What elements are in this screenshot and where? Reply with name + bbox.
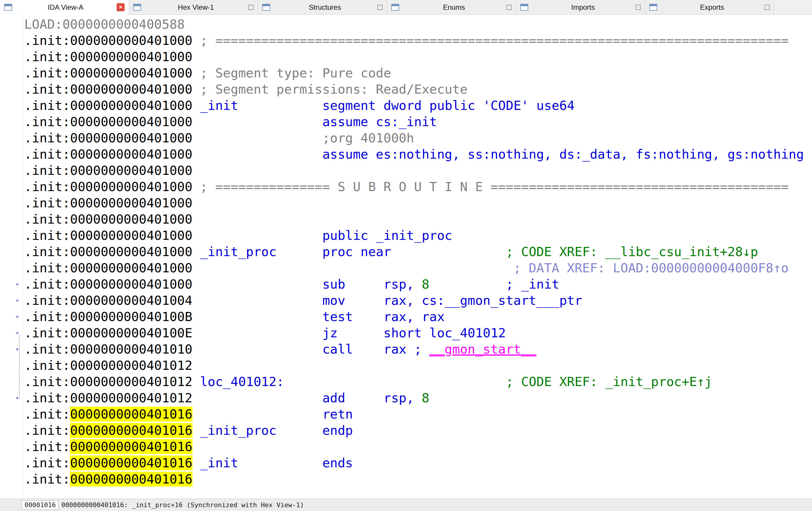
code-segment: .init:0000000000401012 xyxy=(24,374,200,389)
code-segment: .init:0000000000401000 xyxy=(24,49,193,64)
code-segment: .init:0000000000401000 xyxy=(24,163,193,178)
listing-line[interactable]: .init:0000000000401016 xyxy=(0,471,812,487)
code-segment: ; _init xyxy=(506,277,559,291)
code-segment xyxy=(277,244,322,259)
close-tab-icon[interactable] xyxy=(506,5,512,10)
tab-label: Structures xyxy=(272,3,377,11)
listing-line[interactable]: .init:0000000000401000 sub rsp, 8 ; _ini… xyxy=(0,276,812,292)
instruction-mark-icon xyxy=(16,348,18,350)
close-tab-icon[interactable]: × xyxy=(117,3,125,11)
code-segment: ; CODE XREF: _init_proc+E↑j xyxy=(506,374,712,389)
tab-label: Imports xyxy=(531,3,635,11)
code-segment: retn xyxy=(322,407,353,422)
close-tab-icon[interactable] xyxy=(248,5,254,10)
listing-line[interactable]: .init:000000000040100E jz short loc_4010… xyxy=(0,325,812,341)
listing-line[interactable]: .init:0000000000401000 _init_proc proc n… xyxy=(0,244,812,260)
tab-imports[interactable]: Imports xyxy=(516,0,645,15)
code-segment: .init:0000000000401000 xyxy=(24,131,322,145)
code-segment: __gmon_start__ xyxy=(429,342,536,357)
code-segment: .init:0000000000401012 xyxy=(24,358,193,373)
listing-line[interactable]: .init:0000000000401000 xyxy=(0,195,812,211)
highlighted-address: 0000000000401016 xyxy=(70,439,192,454)
listing-line[interactable]: .init:0000000000401016 _init_proc endp xyxy=(0,422,812,438)
code-segment: jz short loc_401012 xyxy=(322,325,506,340)
listing-line[interactable]: .init:0000000000401000 public _init_proc xyxy=(0,227,812,244)
code-segment: .init:0000000000401000 xyxy=(24,196,193,210)
code-segment xyxy=(391,244,506,259)
listing-line[interactable]: .init:0000000000401000 ; ===============… xyxy=(0,179,812,195)
code-segment: segment dword public 'CODE' use64 xyxy=(322,98,575,113)
code-segment: ; =============== S U B R O U T I N E ==… xyxy=(200,179,788,194)
code-segment: 8 xyxy=(422,391,429,405)
listing-line[interactable]: .init:000000000040100B test rax, rax xyxy=(0,309,812,325)
code-segment xyxy=(193,455,200,470)
code-segment: .init:0000000000401000 xyxy=(24,228,322,243)
listing-line[interactable]: LOAD:0000000000400588 xyxy=(0,16,812,32)
close-tab-icon[interactable] xyxy=(377,5,383,10)
disassembly-panel: LOAD:0000000000400588.init:0000000000401… xyxy=(0,15,812,499)
close-tab-icon[interactable] xyxy=(764,5,770,10)
tab-bar: IDA View-A × Hex View-1 Structures Enums… xyxy=(0,0,812,15)
view-window-icon xyxy=(649,4,657,11)
listing-line[interactable]: .init:0000000000401000 xyxy=(0,163,812,179)
code-segment: _init_proc xyxy=(200,423,277,438)
highlighted-address: 0000000000401016 xyxy=(70,455,192,470)
code-segment: .init:0000000000401000 xyxy=(24,33,200,48)
code-segment xyxy=(284,374,506,389)
instruction-mark-icon xyxy=(16,300,18,302)
status-bar: 00001016 0000000000401016: _init_proc+16… xyxy=(0,499,812,511)
tab-enums[interactable]: Enums xyxy=(387,0,516,15)
listing-line[interactable]: .init:0000000000401004 mov rax, cs:__gmo… xyxy=(0,292,812,309)
code-segment: .init:0000000000401000 xyxy=(24,212,193,227)
listing-line[interactable]: .init:0000000000401000 _init segment dwo… xyxy=(0,97,812,114)
listing-line[interactable]: .init:0000000000401016 retn xyxy=(0,406,812,422)
tab-hex-view-1[interactable]: Hex View-1 xyxy=(129,0,258,15)
listing-line[interactable]: .init:0000000000401000 ; Segment permiss… xyxy=(0,81,812,97)
listing-line[interactable]: .init:0000000000401010 call rax ; __gmon… xyxy=(0,341,812,358)
highlighted-address: 0000000000401016 xyxy=(70,472,192,486)
code-segment: .init: xyxy=(24,455,70,470)
code-segment xyxy=(429,277,506,291)
listing-line[interactable]: .init:0000000000401000 xyxy=(0,211,812,227)
tab-structures[interactable]: Structures xyxy=(258,0,387,15)
instruction-mark-icon xyxy=(16,316,18,318)
listing-line[interactable]: .init:0000000000401000 xyxy=(0,49,812,65)
listing-line[interactable]: .init:0000000000401000 assume es:nothing… xyxy=(0,146,812,163)
code-segment: test rax, rax xyxy=(322,309,445,324)
listing-line[interactable]: .init:0000000000401000 assume cs:_init xyxy=(0,114,812,130)
code-segment: .init: xyxy=(24,439,70,454)
tab-label: Enums xyxy=(402,3,506,11)
view-window-icon xyxy=(262,4,270,11)
code-segment: .init:0000000000401000 xyxy=(24,147,322,162)
listing-line[interactable]: .init:0000000000401012 add rsp, 8 xyxy=(0,390,812,406)
listing-line[interactable]: .init:0000000000401000 ;org 401000h xyxy=(0,130,812,146)
code-segment: ; CODE XREF: __libc_csu_init+28↓p xyxy=(506,244,758,259)
code-segment: .init:0000000000401000 xyxy=(24,65,200,80)
listing-line[interactable]: .init:0000000000401016 _init ends xyxy=(0,455,812,471)
code-segment: .init:000000000040100E xyxy=(24,325,322,340)
code-segment: .init:000000000040100B xyxy=(24,309,322,324)
listing-line[interactable]: .init:0000000000401000 ; DATA XREF: LOAD… xyxy=(0,260,812,276)
listing-line[interactable]: .init:0000000000401000 ; Segment type: P… xyxy=(0,65,812,81)
close-tab-icon[interactable] xyxy=(635,5,641,10)
listing-line[interactable]: .init:0000000000401000 ; ===============… xyxy=(0,32,812,49)
instruction-mark-icon xyxy=(16,283,18,285)
code-segment: ; Segment type: Pure code xyxy=(200,65,391,80)
code-segment: .init: xyxy=(24,407,70,422)
code-segment: .init:0000000000401010 xyxy=(24,342,322,357)
instruction-mark-icon xyxy=(16,332,18,334)
listing-line[interactable]: .init:0000000000401012 loc_401012: ; COD… xyxy=(0,374,812,390)
highlighted-address: 0000000000401016 xyxy=(70,423,192,438)
code-segment xyxy=(238,455,322,470)
instruction-mark-icon xyxy=(16,397,18,399)
status-text: 0000000000401016: _init_proc+16 (Synchro… xyxy=(61,501,304,509)
view-window-icon xyxy=(391,4,399,11)
code-segment: public _init_proc xyxy=(322,228,452,243)
code-segment: call rax ; xyxy=(322,342,429,357)
code-segment: .init: xyxy=(24,472,70,486)
listing-line[interactable]: .init:0000000000401016 xyxy=(0,438,812,455)
tab-ida-view-a[interactable]: IDA View-A × xyxy=(0,0,129,15)
code-segment: LOAD:0000000000400588 xyxy=(24,17,185,32)
tab-exports[interactable]: Exports xyxy=(645,0,774,15)
listing-line[interactable]: .init:0000000000401012 xyxy=(0,358,812,374)
